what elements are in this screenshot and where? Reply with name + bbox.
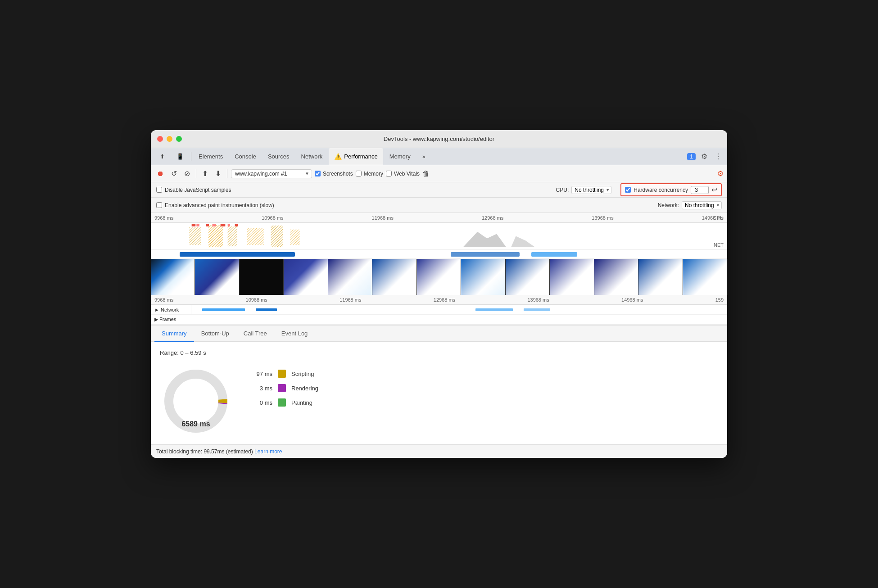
cpu-throttle-select[interactable]: No throttling [571, 186, 611, 194]
tab-bottom-up[interactable]: Bottom-Up [194, 326, 236, 342]
svg-rect-9 [206, 224, 209, 226]
disable-js-checkbox[interactable] [156, 187, 162, 193]
svg-rect-3 [208, 225, 223, 247]
device-toolbar-icon[interactable]: 📱 [171, 148, 189, 165]
disable-js-text: Disable JavaScript samples [165, 187, 231, 193]
scripting-label: Scripting [291, 371, 314, 377]
screenshot-1 [151, 259, 195, 295]
cpu-side-label: CPU [713, 215, 724, 221]
scripting-color [278, 370, 286, 378]
upload-icon[interactable]: ⬆ [200, 168, 210, 179]
more-icon[interactable]: ⋮ [713, 151, 724, 162]
status-bar: Total blocking time: 99.57ms (estimated)… [151, 444, 727, 458]
ruler-label-0: 9968 ms [154, 215, 173, 221]
advanced-paint-checkbox[interactable] [156, 202, 162, 208]
ruler-bottom-6: 159 [715, 297, 724, 303]
tab-network[interactable]: Network [296, 148, 328, 165]
record-button[interactable]: ⏺ [154, 168, 166, 179]
track-net-bar-1 [202, 308, 245, 311]
track-net-bar-3 [475, 308, 513, 311]
rendering-value: 3 ms [250, 385, 272, 392]
warning-icon: ⚠️ [334, 153, 342, 160]
tab-console[interactable]: Console [229, 148, 262, 165]
hw-concurrency-checkbox[interactable] [625, 187, 631, 193]
screenshots-strip [151, 259, 727, 295]
cursor-icon[interactable]: ⬆ [154, 148, 170, 165]
ruler-bottom-3: 12968 ms [434, 297, 455, 303]
minimize-button[interactable] [167, 136, 172, 142]
tab-event-log[interactable]: Event Log [274, 326, 315, 342]
web-vitals-checkbox-label[interactable]: Web Vitals [386, 171, 420, 177]
tab-elements[interactable]: Elements [193, 148, 228, 165]
network-track-content[interactable] [191, 305, 727, 314]
web-vitals-checkbox[interactable] [386, 171, 392, 176]
screenshots-checkbox-label[interactable]: Screenshots [315, 171, 353, 177]
network-track-label: ► Network [151, 305, 191, 314]
download-icon[interactable]: ⬇ [213, 168, 223, 179]
tab-more[interactable]: » [417, 148, 431, 165]
svg-rect-10 [221, 224, 226, 226]
tab-console-label: Console [235, 153, 256, 160]
notification-badge: 1 [687, 153, 696, 160]
tab-memory[interactable]: Memory [384, 148, 416, 165]
tab-network-label: Network [301, 153, 323, 160]
ruler-label-4: 13968 ms [592, 215, 613, 221]
url-select[interactable]: www.kapwing.com #1 [231, 169, 312, 178]
cpu-graph-area[interactable]: NET [151, 223, 727, 250]
traffic-lights [157, 136, 182, 142]
tab-call-tree[interactable]: Call Tree [236, 326, 274, 342]
tab-elements-label: Elements [199, 153, 223, 160]
svg-rect-4 [228, 226, 237, 246]
status-text: Total blocking time: 99.57ms (estimated) [156, 448, 253, 455]
ruler-bottom-1: 10968 ms [246, 297, 267, 303]
settings-icon[interactable]: ⚙ [699, 151, 709, 162]
screenshot-6 [372, 259, 416, 295]
tab-bottom-up-label: Bottom-Up [201, 330, 229, 337]
memory-checkbox-label[interactable]: Memory [356, 171, 383, 177]
tab-call-tree-label: Call Tree [244, 330, 267, 337]
advanced-paint-label[interactable]: Enable advanced paint instrumentation (s… [156, 202, 274, 208]
memory-checkbox[interactable] [356, 171, 362, 176]
learn-more-link[interactable]: Learn more [254, 448, 282, 455]
tab-summary-label: Summary [162, 330, 187, 337]
network-throttle-wrapper: No throttling ▼ [682, 201, 722, 209]
network-track-row: ► Network [151, 305, 727, 315]
legend-scripting: 97 ms Scripting [250, 370, 318, 378]
legend-painting: 0 ms Painting [250, 398, 318, 407]
net-side-label: NET [714, 242, 724, 248]
svg-rect-7 [290, 230, 299, 245]
summary-content: 6589 ms 97 ms Scripting 3 ms Rendering [160, 365, 718, 437]
legend-rendering: 3 ms Rendering [250, 384, 318, 392]
screenshot-12 [638, 259, 683, 295]
screenshot-8 [461, 259, 505, 295]
timeline-ruler-top: 9968 ms 10968 ms 11968 ms 12968 ms 13968… [151, 213, 727, 223]
tab-sources[interactable]: Sources [262, 148, 295, 165]
ruler-bottom-2: 11968 ms [339, 297, 361, 303]
tab-sources-label: Sources [268, 153, 290, 160]
gear-settings-icon[interactable]: ⚙ [717, 169, 724, 178]
tab-performance[interactable]: ⚠️ Performance [329, 148, 383, 165]
stop-button[interactable]: ⊘ [182, 168, 192, 179]
screenshot-13 [683, 259, 727, 295]
tab-separator [191, 152, 191, 161]
settings-row-2: Enable advanced paint instrumentation (s… [151, 198, 727, 213]
range-text: Range: 0 – 6.59 s [160, 349, 718, 356]
maximize-button[interactable] [176, 136, 182, 142]
trash-icon[interactable]: 🗑 [422, 170, 430, 178]
memory-label: Memory [364, 171, 383, 177]
tab-summary[interactable]: Summary [154, 326, 194, 342]
network-throttle-select[interactable]: No throttling [682, 201, 722, 209]
undo-hw-icon[interactable]: ↩ [711, 185, 717, 194]
tab-performance-label: Performance [344, 153, 377, 160]
reload-button[interactable]: ↺ [169, 168, 179, 179]
devtools-window: DevTools - www.kapwing.com/studio/editor… [151, 130, 727, 458]
hw-concurrency-input[interactable] [691, 186, 709, 194]
svg-rect-11 [235, 224, 238, 226]
screenshots-checkbox[interactable] [315, 171, 321, 176]
disable-js-label[interactable]: Disable JavaScript samples [156, 187, 231, 193]
ruler-bottom-0: 9968 ms [154, 297, 173, 303]
rendering-color [278, 384, 286, 392]
painting-value: 0 ms [250, 399, 272, 406]
close-button[interactable] [157, 136, 163, 142]
screenshot-10 [550, 259, 594, 295]
